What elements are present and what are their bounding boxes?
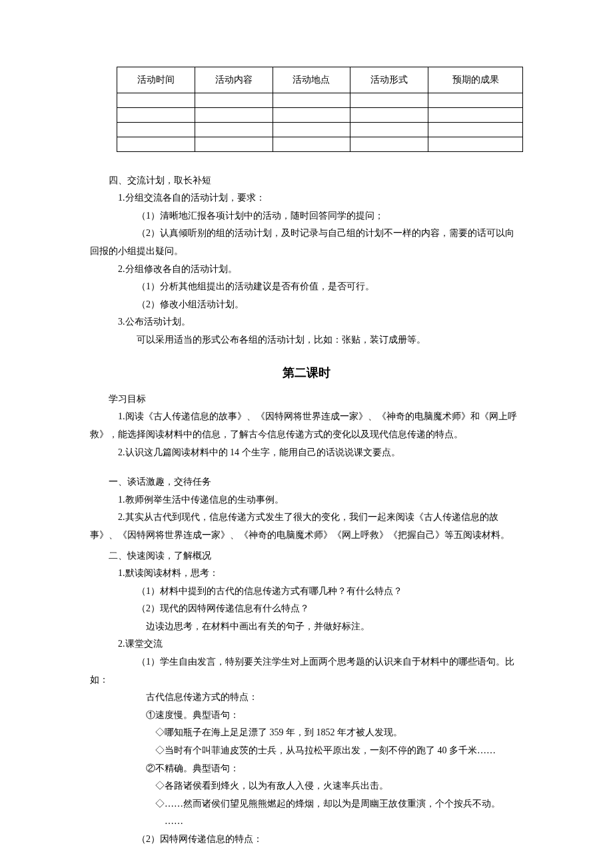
s2-item: 2.课堂交流	[90, 635, 523, 653]
col-location: 活动地点	[273, 67, 350, 93]
sec4-item: 1.分组交流各自的活动计划，要求：	[90, 189, 523, 207]
s2-subitem: （2）现代的因特网传递信息有什么特点？	[90, 600, 523, 618]
section-1-title: 一、谈话激趣，交待任务	[90, 473, 523, 491]
table-row	[117, 122, 523, 137]
sec4-subitem: （2）修改小组活动计划。	[90, 296, 523, 314]
table-header-row: 活动时间 活动内容 活动地点 活动形式 预期的成果	[117, 67, 523, 93]
s2-item: 1.默读阅读材料，思考：	[90, 565, 523, 583]
s2-subitem: （1）学生自由发言，特别要关注学生对上面两个思考题的认识来自于材料中的哪些语句。…	[90, 653, 523, 689]
sec4-item: 3.公布活动计划。	[90, 313, 523, 331]
lesson-2-title: 第二课时	[90, 361, 523, 384]
s2-numbered: ②不精确。典型语句：	[90, 760, 523, 778]
sec4-item: 2.分组修改各自的活动计划。	[90, 261, 523, 279]
s2-example: ◇当时有个叫菲迪皮茨的士兵，从马拉松平原出发，一刻不停的跑了 40 多千米……	[90, 742, 523, 760]
goal-item: 1.阅读《古人传递信息的故事》、《因特网将世界连成一家》、《神奇的电脑魔术师》和…	[90, 408, 523, 443]
sec4-subitem: （1）清晰地汇报各项计划中的活动，随时回答同学的提问；	[90, 207, 523, 225]
table-row	[117, 93, 523, 107]
s2-subsub: 古代信息传递方式的特点：	[90, 689, 523, 707]
col-time: 活动时间	[117, 67, 195, 93]
section-4-title: 四、交流计划，取长补短	[90, 172, 523, 190]
section-2-title: 二、快速阅读，了解概况	[90, 547, 523, 565]
s2-example: ◇哪知瓶子在海上足足漂了 359 年，到 1852 年才被人发现。	[90, 724, 523, 742]
col-form: 活动形式	[350, 67, 428, 93]
sec4-subitem: （1）分析其他组提出的活动建议是否有价值，是否可行。	[90, 278, 523, 296]
table-row	[117, 137, 523, 151]
s2-subitem: （2）因特网传递信息的特点：	[90, 831, 523, 849]
s2-example: ◇……然而诸侯们望见熊熊燃起的烽烟，却以为是周幽王故伎重演，个个按兵不动。	[90, 795, 523, 813]
s2-example: ◇各路诸侯看到烽火，以为有敌人入侵，火速率兵出击。	[90, 777, 523, 795]
ellipsis: ……	[90, 813, 523, 831]
col-content: 活动内容	[195, 67, 273, 93]
sec4-subitem: （2）认真倾听别的组的活动计划，及时记录与自己组的计划不一样的内容，需要的话可以…	[90, 225, 523, 260]
goal-item: 2.认识这几篇阅读材料中的 14 个生字，能用自己的话说说课文要点。	[90, 444, 523, 462]
col-outcome: 预期的成果	[428, 67, 523, 93]
s2-subitem: （1）材料中提到的古代的信息传递方式有哪几种？有什么特点？	[90, 583, 523, 601]
activity-plan-table: 活动时间 活动内容 活动地点 活动形式 预期的成果	[117, 67, 523, 152]
s2-note: 边读边思考，在材料中画出有关的句子，并做好标注。	[90, 618, 523, 636]
sec4-subitem: 可以采用适当的形式公布各组的活动计划，比如：张贴，装订成册等。	[90, 331, 523, 349]
table-row	[117, 107, 523, 122]
goals-label: 学习目标	[90, 391, 523, 409]
s2-numbered: ①速度慢。典型语句：	[90, 707, 523, 725]
s1-item: 2.其实从古代到现代，信息传递方式发生了很大的变化，我们一起来阅读《古人传递信息…	[90, 509, 523, 544]
s1-item: 1.教师例举生活中传递信息的生动事例。	[90, 491, 523, 509]
